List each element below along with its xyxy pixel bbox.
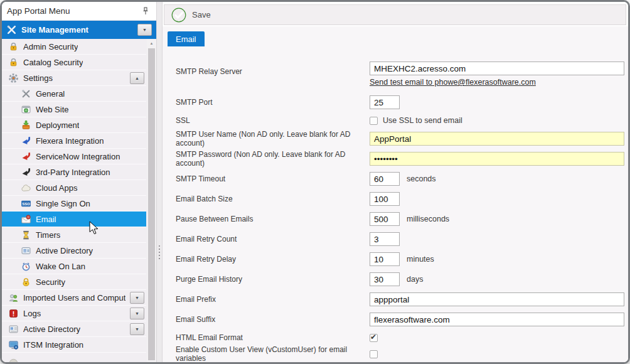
html-email-format-checkbox[interactable] — [370, 334, 378, 342]
toolbar: Save — [164, 4, 626, 25]
email-retry-delay-input[interactable] — [370, 252, 400, 266]
field-email-suffix: Email Suffix — [168, 309, 628, 329]
import-black-icon — [21, 167, 31, 178]
sidebar-item-security[interactable]: Security — [2, 274, 146, 290]
enable-custom-user-view-checkbox[interactable] — [370, 350, 378, 358]
sidebar-item-label: Cloud Apps — [36, 183, 78, 193]
smtp-user-name-input[interactable] — [370, 132, 624, 146]
save-button[interactable]: Save — [171, 8, 211, 23]
tab-email[interactable]: Email — [168, 31, 205, 46]
smtp-timeout-input[interactable] — [370, 172, 400, 186]
email-retry-count-input[interactable] — [370, 232, 400, 246]
panel-splitter[interactable] — [156, 2, 163, 362]
lock-icon — [8, 57, 19, 68]
smtp-password-input[interactable] — [370, 152, 624, 166]
site-management-icon — [6, 24, 17, 35]
field-smtp-relay-server: SMTP Relay ServerSend test email to phow… — [168, 62, 628, 92]
purge-email-history-input[interactable] — [370, 272, 400, 286]
sso-icon — [21, 198, 31, 209]
sidebar-item-label: ITSM Integration — [23, 340, 83, 350]
sidebar-item-deployment[interactable]: Deployment — [2, 117, 146, 133]
sidebar-item-wake-on-lan[interactable]: Wake On Lan — [2, 259, 146, 274]
sidebar-item-active-directory[interactable]: Active Directory▼ — [2, 321, 146, 337]
site-management-collapse-button[interactable]: ▼ — [137, 24, 152, 36]
sidebar-item-email[interactable]: Email — [2, 211, 146, 227]
field-smtp-timeout: SMTP Timeoutseconds — [168, 169, 628, 189]
sidebar-header: App Portal Menu — [2, 2, 156, 21]
email-prefix-input[interactable] — [370, 292, 624, 306]
field-email-retry-count: Email Retry Count — [168, 229, 628, 249]
sidebar-section-site-management[interactable]: Site Management ▼ — [2, 21, 156, 39]
sidebar-item-settings[interactable]: Settings▲ — [2, 70, 146, 86]
sidebar: App Portal Menu Site Management ▼ Admin … — [2, 2, 156, 362]
sidebar-scrollbar[interactable]: ▲ — [147, 39, 156, 362]
field-smtp-user-name: SMTP User Name (Non AD only. Leave blank… — [168, 129, 628, 149]
website-icon — [21, 104, 31, 115]
expander-imported-users-and-computers[interactable]: ▼ — [130, 292, 144, 304]
enable-custom-user-view-label: Enable Custom User View (vCustomUser) fo… — [168, 345, 370, 363]
smtp-relay-server-test-link[interactable]: Send test email to phowe@flexerasoftware… — [370, 78, 624, 87]
expander-settings[interactable]: ▲ — [130, 72, 144, 84]
smtp-timeout-label: SMTP Timeout — [168, 174, 370, 183]
sidebar-item-active-directory-sub[interactable]: Active Directory — [2, 243, 146, 259]
gear-icon — [8, 73, 19, 83]
smtp-relay-server-input[interactable] — [370, 62, 624, 75]
lock-icon — [8, 41, 19, 52]
splitter-grip — [159, 245, 160, 259]
html-email-format-label: HTML Email Format — [168, 333, 370, 342]
itsm-icon — [8, 340, 19, 350]
email-settings-form: SMTP Relay ServerSend test email to phow… — [168, 62, 628, 362]
partial-icon — [8, 355, 19, 363]
pause-between-emails-label: Pause Between Emails — [168, 215, 370, 223]
sidebar-item-admin-security[interactable]: Admin Security — [2, 39, 146, 55]
smtp-port-input[interactable] — [370, 95, 400, 109]
smtp-port-label: SMTP Port — [168, 98, 370, 107]
app-window: App Portal Menu Site Management ▼ Admin … — [0, 0, 630, 364]
ssl-checkbox[interactable] — [370, 117, 378, 125]
email-suffix-input[interactable] — [370, 313, 624, 326]
sidebar-item-label: Active Directory — [36, 246, 93, 255]
field-purge-email-history: Purge Email Historydays — [168, 269, 628, 289]
sidebar-item-logs[interactable]: Logs▼ — [2, 306, 146, 321]
sidebar-item-general[interactable]: General — [2, 86, 146, 102]
sidebar-item-single-sign-on[interactable]: Single Sign On — [2, 196, 146, 211]
sidebar-item-label: ServiceNow Integration — [36, 152, 120, 161]
sidebar-item-label: General — [36, 89, 65, 99]
sidebar-item-catalog-security[interactable]: Catalog Security — [2, 55, 146, 70]
sidebar-item-label: Deployment — [36, 120, 79, 130]
expander-active-directory[interactable]: ▼ — [130, 323, 144, 335]
sidebar-item-label: Web Site — [36, 105, 69, 114]
pin-icon[interactable] — [140, 6, 151, 17]
scrollbar-thumb[interactable] — [148, 48, 155, 360]
purge-email-history-label: Purge Email History — [168, 275, 370, 284]
sidebar-item-third-party-integration[interactable]: 3rd-Party Integration — [2, 164, 146, 180]
mouse-cursor — [89, 221, 100, 236]
sidebar-item-cloud-apps[interactable]: Cloud Apps — [2, 180, 146, 196]
sidebar-item-label: Wake On Lan — [36, 262, 85, 271]
sidebar-item-timers[interactable]: Timers — [2, 227, 146, 243]
sidebar-item-imported-users-and-computers[interactable]: Imported Users and Computers▼ — [2, 290, 146, 306]
section-label: Site Management — [21, 25, 88, 35]
sidebar-item-label: Logs — [23, 309, 41, 318]
purge-email-history-unit: days — [407, 275, 423, 284]
sidebar-item-servicenow-integration[interactable]: ServiceNow Integration — [2, 149, 146, 164]
sidebar-item-itsm-integration[interactable]: ITSM Integration — [2, 337, 146, 353]
field-smtp-port: SMTP Port — [168, 92, 628, 112]
scrollbar-up-arrow-icon[interactable]: ▲ — [147, 39, 156, 48]
sidebar-item-web-site[interactable]: Web Site — [2, 102, 146, 117]
sidebar-item-label: Email — [36, 215, 56, 224]
sidebar-item-label: Imported Users and Computers — [23, 293, 125, 302]
sidebar-item-label: 3rd-Party Integration — [36, 168, 110, 177]
email-retry-count-label: Email Retry Count — [168, 235, 370, 244]
sidebar-item-label: Admin Security — [23, 42, 78, 51]
sidebar-title: App Portal Menu — [7, 6, 140, 16]
sidebar-item-flexera-integration[interactable]: Flexera Integration — [2, 133, 146, 149]
expander-logs[interactable]: ▼ — [130, 308, 144, 319]
field-email-prefix: Email Prefix — [168, 289, 628, 309]
pause-between-emails-input[interactable] — [370, 212, 400, 226]
sidebar-item-clipped-item[interactable] — [2, 353, 146, 362]
content-panel: Email SMTP Relay ServerSend test email t… — [163, 26, 628, 362]
clock-icon — [21, 261, 31, 272]
email-batch-size-input[interactable] — [370, 192, 400, 206]
save-check-icon — [171, 8, 186, 23]
